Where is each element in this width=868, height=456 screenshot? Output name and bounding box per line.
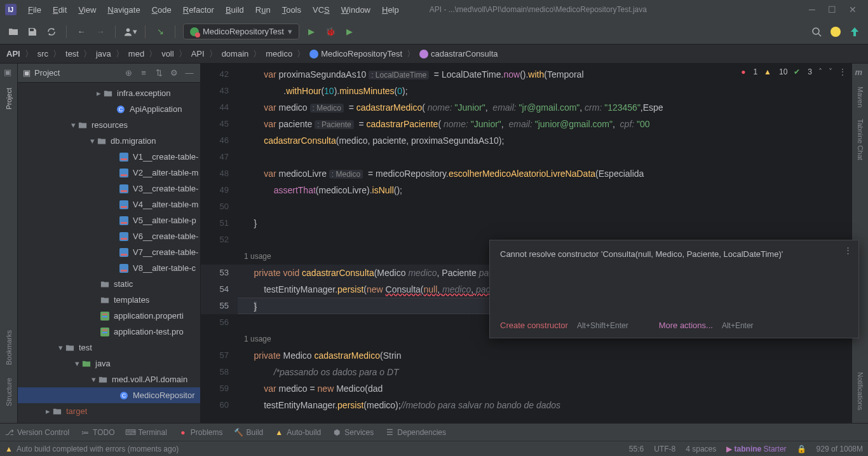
popup-more-actions[interactable]: More actions...: [659, 321, 713, 330]
tree-row[interactable]: ▾db.migration: [18, 133, 200, 149]
tree-row[interactable]: CMedicoRepositor: [18, 387, 200, 403]
tabnine-status[interactable]: ▶ tabnine Starter: [726, 445, 786, 453]
breadcrumb[interactable]: voll: [161, 49, 174, 59]
collapse-all-icon[interactable]: ⇅: [153, 67, 165, 79]
project-tool-icon[interactable]: ▣: [4, 67, 14, 78]
right-rail-notifications[interactable]: Notifications: [857, 370, 864, 413]
tab-services[interactable]: ⬢Services: [332, 428, 374, 437]
status-caret-position[interactable]: 55:6: [629, 445, 644, 453]
debug-icon[interactable]: 🐞: [323, 25, 337, 39]
menu-tools[interactable]: Tools: [277, 3, 306, 17]
breadcrumb[interactable]: API: [6, 49, 20, 59]
sync-icon[interactable]: [44, 25, 58, 39]
menu-code[interactable]: Code: [147, 3, 177, 17]
project-tree[interactable]: ▸infra.exceptionCApiApplication▾resource…: [18, 83, 200, 423]
status-message[interactable]: ▲Auto build completed with errors (momen…: [5, 445, 179, 453]
menu-edit[interactable]: Edit: [48, 3, 72, 17]
hide-panel-icon[interactable]: —: [184, 67, 195, 79]
right-rail-tabnine[interactable]: Tabnine Chat: [857, 116, 864, 163]
menu-navigate[interactable]: Navigate: [102, 3, 145, 17]
right-rail-maven[interactable]: Maven: [857, 84, 864, 110]
codewithme-icon[interactable]: [829, 25, 843, 39]
svg-rect-24: [102, 314, 107, 315]
popup-create-constructor[interactable]: Create constructor: [500, 321, 568, 330]
avatar-icon[interactable]: ▾: [123, 25, 137, 39]
menu-file[interactable]: File: [23, 3, 46, 17]
editor-gutter[interactable]: 4243444546474849505152 53545556 57585960: [201, 64, 238, 423]
maximize-button[interactable]: ☐: [828, 4, 836, 15]
tree-row[interactable]: ▾med.voll.API.domain: [18, 371, 200, 387]
left-rail-structure[interactable]: Structure: [5, 375, 13, 409]
tree-row[interactable]: V5__alter-table-p: [18, 212, 200, 228]
tab-build[interactable]: 🔨Build: [234, 428, 264, 437]
status-indent[interactable]: 4 spaces: [686, 445, 716, 453]
project-view-icon[interactable]: ▣: [23, 68, 31, 78]
close-button[interactable]: ✕: [849, 4, 857, 15]
tree-row[interactable]: V6__create-table-: [18, 228, 200, 244]
tree-row[interactable]: ▾java: [18, 356, 200, 371]
maven-icon[interactable]: m: [855, 67, 865, 78]
forward-icon[interactable]: →: [93, 25, 107, 39]
tab-dependencies[interactable]: ☰Dependencies: [385, 428, 446, 437]
tree-row[interactable]: V7__create-table-: [18, 244, 200, 260]
inspection-menu-icon[interactable]: ⋮: [839, 67, 846, 76]
run-coverage-icon[interactable]: ▶: [342, 25, 356, 39]
tree-row[interactable]: ▸infra.exception: [18, 85, 200, 101]
inspection-summary[interactable]: ●1 ▲10 ✔3 ˄ ˅ ⋮: [738, 66, 849, 78]
left-rail-bookmarks[interactable]: Bookmarks: [5, 328, 13, 368]
ide-updates-icon[interactable]: [848, 25, 862, 39]
tree-row[interactable]: static: [18, 276, 200, 292]
breadcrumb[interactable]: test: [65, 49, 79, 59]
tree-row[interactable]: ▸target: [18, 403, 200, 419]
status-memory[interactable]: 929 of 1008M: [817, 445, 863, 453]
tree-row[interactable]: V3__create-table-: [18, 181, 200, 197]
breadcrumb[interactable]: java: [96, 49, 111, 59]
back-icon[interactable]: ←: [74, 25, 88, 39]
breadcrumb[interactable]: domain: [222, 49, 249, 59]
popup-more-icon[interactable]: ⋮: [844, 245, 852, 255]
menu-refactor[interactable]: Refactor: [178, 3, 219, 17]
menu-run[interactable]: Run: [250, 3, 276, 17]
menu-view[interactable]: View: [73, 3, 101, 17]
tree-row[interactable]: ▾test: [18, 340, 200, 356]
breadcrumb[interactable]: med: [128, 49, 144, 59]
prev-highlight-icon[interactable]: ˄: [818, 67, 822, 76]
breadcrumb[interactable]: src: [37, 49, 48, 59]
menu-window[interactable]: Window: [336, 3, 376, 17]
tree-row[interactable]: V4__alter-table-m: [18, 197, 200, 212]
select-opened-file-icon[interactable]: ⊕: [123, 67, 134, 79]
build-icon[interactable]: ↘: [153, 25, 167, 39]
tree-row[interactable]: application-test.pro: [18, 324, 200, 340]
lock-icon[interactable]: 🔒: [797, 445, 806, 453]
menu-build[interactable]: Build: [220, 3, 249, 17]
search-icon[interactable]: [810, 25, 824, 39]
run-icon[interactable]: ▶: [304, 25, 318, 39]
save-all-icon[interactable]: [25, 25, 39, 39]
breadcrumb[interactable]: cadastrarConsulta: [419, 49, 498, 59]
breadcrumb[interactable]: medico: [266, 49, 292, 59]
tree-row[interactable]: V8__alter-table-c: [18, 260, 200, 276]
left-rail-project[interactable]: Project: [5, 85, 13, 112]
breadcrumb[interactable]: MedicoRepositoryTest: [309, 49, 402, 59]
gear-icon[interactable]: ⚙: [168, 67, 180, 79]
tab-todo[interactable]: ≔TODO: [81, 428, 114, 437]
run-config-selector[interactable]: MedicoRepositoryTest ▾: [183, 24, 299, 39]
tab-terminal[interactable]: ⌨Terminal: [126, 428, 167, 437]
menu-vcs[interactable]: VCS: [308, 3, 335, 17]
tree-row[interactable]: templates: [18, 292, 200, 308]
tab-version-control[interactable]: ⎇Version Control: [5, 428, 69, 437]
minimize-button[interactable]: ─: [809, 4, 815, 15]
status-encoding[interactable]: UTF-8: [654, 445, 675, 453]
breadcrumb[interactable]: API: [191, 49, 205, 59]
tree-row[interactable]: CApiApplication: [18, 101, 200, 117]
tree-row[interactable]: application.properti: [18, 308, 200, 324]
expand-all-icon[interactable]: ≡: [138, 67, 149, 79]
menu-help[interactable]: Help: [377, 3, 404, 17]
tree-row[interactable]: V2__alter-table-m: [18, 165, 200, 181]
open-icon[interactable]: [6, 25, 20, 39]
tab-auto-build[interactable]: ▲Auto-build: [275, 428, 321, 437]
tree-row[interactable]: ▾resources: [18, 117, 200, 133]
next-highlight-icon[interactable]: ˅: [829, 67, 832, 76]
tab-problems[interactable]: ●Problems: [179, 428, 223, 437]
tree-row[interactable]: V1__create-table-: [18, 149, 200, 165]
